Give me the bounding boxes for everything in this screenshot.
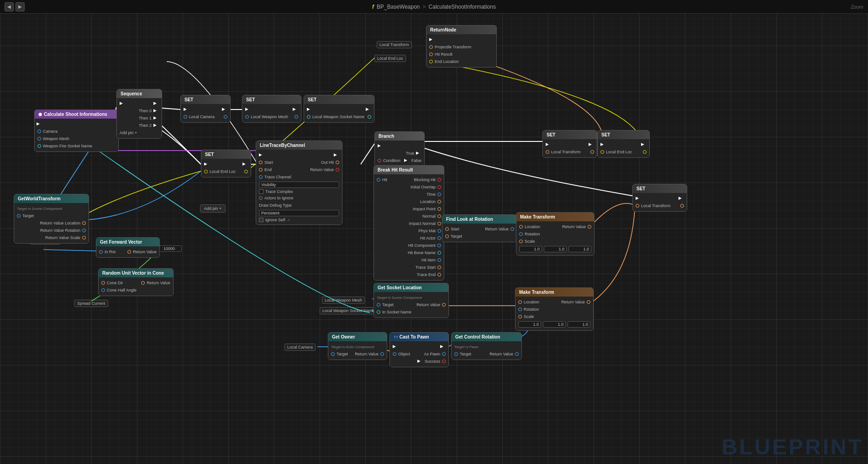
set-local-weapon-mesh-node[interactable]: SET Local Weapon Mesh bbox=[242, 95, 301, 123]
break-hit-result-node[interactable]: Break Hit Result Hit Blocking Hit Initia… bbox=[374, 165, 444, 281]
set-local-weapon-socket-node[interactable]: SET Local Weapon Socket Name bbox=[304, 95, 374, 123]
gfv-rv-label: Return Value bbox=[133, 250, 157, 254]
set-local-end-loc-node[interactable]: SET Local End Loc bbox=[201, 150, 251, 177]
lws-out-pin bbox=[368, 115, 371, 119]
mt-bot-header: Make Transform bbox=[516, 288, 593, 297]
bhr-body: Hit Blocking Hit Initial Overlap Time Lo… bbox=[374, 174, 444, 280]
sequence-node[interactable]: Sequence Then 0 Then 1 Then 2 Add pin + bbox=[116, 89, 162, 139]
set-local-transform-final-node[interactable]: SET Local Transform bbox=[632, 184, 687, 212]
branch-true-pin bbox=[416, 151, 421, 156]
gwt-rvrot-row: Return Value Rotation bbox=[14, 227, 89, 234]
gsl-rv-pin bbox=[442, 303, 446, 307]
mt-bot-sx[interactable]: 1.0 bbox=[518, 321, 541, 328]
then0-row: Then 0 bbox=[117, 107, 162, 115]
weapon-mesh-out-pin bbox=[37, 137, 41, 141]
gsl-insocket-label: In Socket Name bbox=[382, 310, 411, 314]
debug-type-dropdown[interactable]: Persistent bbox=[259, 210, 339, 216]
return-node[interactable]: ReturnNode Projectile Transform Hit Resu… bbox=[426, 25, 497, 68]
rn-body: Projectile Transform Hit Result End Loca… bbox=[426, 34, 496, 67]
trace-complex-cb[interactable] bbox=[259, 189, 263, 194]
ctp-success-pin bbox=[417, 359, 423, 364]
gsl-body: Target is Scene Component Target Return … bbox=[374, 292, 448, 318]
mt-bot-location-row: Location Return Value bbox=[516, 298, 593, 306]
gfv-body: In Rot Return Value bbox=[96, 246, 159, 257]
bhr-physmat-pin bbox=[437, 229, 441, 233]
mt-top-loc-pin bbox=[519, 225, 523, 229]
bhr-header: Break Hit Result bbox=[374, 166, 444, 174]
get-socket-location-node[interactable]: Get Socket Location Target is Scene Comp… bbox=[374, 283, 449, 318]
mt-top-rv-pin bbox=[588, 225, 591, 229]
make-transform-top-node[interactable]: Make Transform Location Return Value Rot… bbox=[516, 212, 594, 255]
selb-exec bbox=[598, 141, 649, 148]
get-owner-node[interactable]: Get Owner Target is Actor Component Targ… bbox=[328, 332, 387, 360]
addpin-row[interactable]: Add pin + bbox=[117, 129, 162, 136]
bhr-normal-label: Normal bbox=[422, 214, 436, 219]
calculate-shoot-node[interactable]: ⬟ Calculate Shoot Informations Camera We… bbox=[34, 109, 119, 152]
ctp-object-row: Object As Pawn bbox=[390, 350, 448, 358]
camera-pin-row: Camera bbox=[35, 128, 118, 135]
ruvc-conedir-label: Cone Dir bbox=[107, 281, 123, 285]
gcr-body: Target is Pawn Target Return Value bbox=[452, 341, 521, 360]
mt-bot-loc-pin bbox=[518, 300, 522, 304]
then2-row: Then 2 bbox=[117, 122, 162, 129]
branch-title: Branch bbox=[379, 134, 394, 139]
add-pin-button[interactable]: Add pin + bbox=[200, 204, 226, 213]
gwt-rvloc-label: Return Value Location bbox=[40, 221, 80, 225]
bhr-hit-label: Hit bbox=[382, 177, 387, 182]
set-el-body: Local End Loc bbox=[201, 159, 251, 177]
ltbc-outhit-pin bbox=[336, 161, 339, 164]
go-rv-pin bbox=[380, 352, 384, 356]
set-camera-exec-out bbox=[222, 107, 227, 112]
get-world-transform-node[interactable]: GetWorldTransform Target is Scene Compon… bbox=[14, 194, 89, 244]
set-local-camera-node[interactable]: SET Local Camera bbox=[180, 95, 231, 123]
mt-top-sx[interactable]: 1.0 bbox=[519, 246, 542, 252]
get-control-rotation-node[interactable]: Get Control Rotation Target is Pawn Targ… bbox=[451, 332, 522, 360]
branch-node[interactable]: Branch True Condition False bbox=[374, 131, 425, 167]
go-header: Get Owner bbox=[328, 333, 387, 341]
bhr-tracestart-row: Trace Start bbox=[374, 264, 444, 271]
blueprint-canvas[interactable]: ⬟ Calculate Shoot Informations Camera We… bbox=[0, 14, 868, 464]
mt-bot-sy[interactable]: 1.0 bbox=[543, 321, 566, 328]
trace-channel-dropdown[interactable]: Visibility bbox=[259, 182, 339, 188]
sltb-exec bbox=[543, 141, 597, 148]
ltbc-exec-out bbox=[334, 152, 339, 158]
gfv-inrot-label: In Rot bbox=[105, 250, 116, 254]
ruvc-halfangle-pin bbox=[101, 288, 105, 292]
find-look-rotation-node[interactable]: Find Look at Rotation Start Return Value… bbox=[442, 214, 517, 242]
random-cone-node[interactable]: Random Unit Vector in Cone Cone Dir Retu… bbox=[98, 268, 174, 296]
get-forward-vector-node[interactable]: Get Forward Vector In Rot Return Value bbox=[96, 237, 160, 258]
bhr-impactpoint-label: Impact Point bbox=[413, 207, 436, 211]
mt-top-sy[interactable]: 1.0 bbox=[544, 246, 567, 252]
bhr-location-label: Location bbox=[420, 199, 436, 204]
ctp-exec-out bbox=[440, 344, 446, 349]
ctp-title: ↑↑ Cast To Pawn bbox=[394, 334, 429, 339]
mt-top-scale-vals: 1.0 1.0 1.0 bbox=[516, 245, 594, 253]
mt-bot-sz[interactable]: 1.0 bbox=[568, 321, 590, 328]
selb-body: Local End Loc bbox=[598, 139, 649, 157]
ignore-self-cb[interactable] bbox=[259, 218, 263, 222]
mt-top-sz[interactable]: 1.0 bbox=[568, 246, 591, 252]
back-button[interactable]: ◀ bbox=[5, 2, 14, 11]
cast-to-pawn-node[interactable]: ↑↑ Cast To Pawn Object As Pawn Success bbox=[389, 332, 449, 367]
local-weapon-socket-row: Local Weapon Socket Name bbox=[304, 113, 374, 120]
number-field-10000[interactable]: 10000 bbox=[157, 245, 182, 252]
gcr-subtitle: Target is Pawn bbox=[454, 345, 479, 349]
gwt-rvrot-label: Return Value Rotation bbox=[40, 228, 80, 233]
make-transform-bottom-node[interactable]: Make Transform Location Return Value Rot… bbox=[515, 287, 594, 331]
go-target-pin bbox=[331, 352, 335, 356]
then1-row: Then 1 bbox=[117, 115, 162, 122]
bhr-hitbone-pin bbox=[437, 251, 441, 255]
gsl-target-row: Target Return Value bbox=[374, 301, 448, 308]
spread-current-ref: Spread Current bbox=[74, 300, 108, 307]
bhr-blockinghit-pin bbox=[437, 178, 441, 182]
set-local-transform-branch-node[interactable]: SET Local Transform bbox=[542, 130, 597, 158]
breadcrumb-parent[interactable]: BP_BaseWeapon bbox=[377, 4, 420, 10]
line-trace-node[interactable]: LineTraceByChannel Start Out Hit End Ret… bbox=[256, 141, 342, 225]
mt-bot-title: Make Transform bbox=[519, 290, 554, 295]
gwt-header: GetWorldTransform bbox=[14, 194, 89, 203]
forward-button[interactable]: ▶ bbox=[16, 2, 25, 11]
set-local-end-loc-branch-node[interactable]: SET Local End Loc bbox=[597, 130, 650, 158]
bhr-hitcomp-pin bbox=[437, 244, 441, 247]
branch-cond-label: Condition bbox=[383, 158, 400, 163]
bhr-hitactor-pin bbox=[437, 236, 441, 240]
